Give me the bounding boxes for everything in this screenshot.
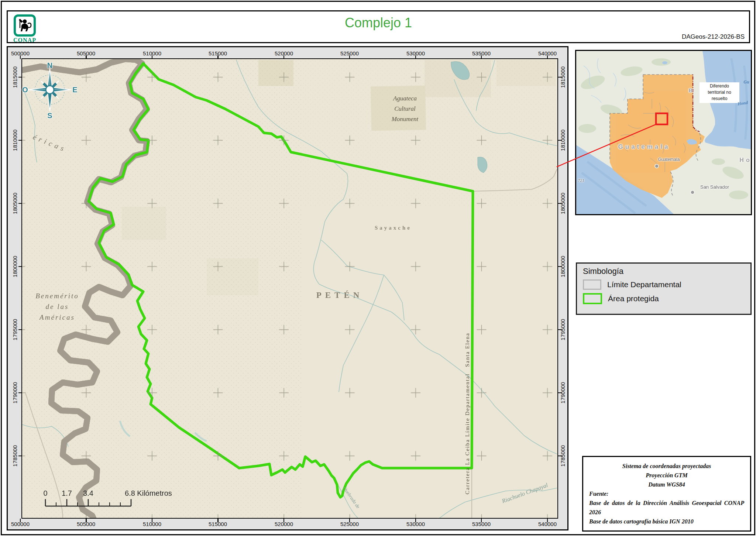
axis-label: 520000 [275,50,293,56]
axis-label: 1790000 [12,382,18,403]
axis-label: 1810000 [12,130,18,151]
label-benemerito: Benemérito de las Américas [35,291,79,323]
label-belize-fragment: B [689,87,695,93]
axis-label: 525000 [340,50,359,56]
axis-label: 530000 [406,50,425,56]
label-sayaxche: Sayaxche [375,225,412,231]
scale-label-1-7: 1.7 [62,489,72,498]
departmental-limit-swatch [583,279,601,290]
scale-label-0: 0 [43,489,47,498]
axis-label: 520000 [275,521,293,527]
axis-label: 515000 [209,50,227,56]
compass-east: E [72,86,77,94]
axis-label: 510000 [143,50,161,56]
label-peten: PETÉN [316,291,363,300]
axis-label: 1815000 [12,66,18,88]
source-heading: Fuente: [589,489,744,498]
document-code: DAGeos-212-2026-BS [682,33,745,41]
protected-area-swatch [583,293,602,304]
scale-label-3-4: 3.4 [83,489,93,498]
axis-label: 540000 [538,50,557,56]
legend-item-limite: Límite Departamental [583,279,745,290]
coord-system: Sistema de coordenadas proyectadas [589,461,744,471]
inset-map [575,50,752,215]
axis-label: 1785000 [560,445,566,467]
label-san-salvador: San Salvador [700,184,729,190]
guatemala-city-dot [655,164,659,168]
axis-label: 1805000 [12,193,18,214]
projection: Proyección GTM [589,471,744,480]
axis-label: 500000 [11,521,30,527]
axis-label: 1805000 [560,193,566,214]
legend-title: Simbología [583,267,745,276]
label-aguateca: Aguateca Cultural Monument [392,93,419,124]
scale-label-6-8: 6.8 Kilómetros [125,489,172,498]
source-1: Base de datos de la Dirección Análisis G… [589,498,744,517]
page-title: Complejo 1 [8,15,749,31]
map-canvas [22,59,557,518]
main-map [21,58,558,519]
axis-label: 1795000 [560,319,566,340]
lake-peten-itza [662,61,667,64]
axis-label: 1785000 [12,445,18,467]
axis-label: 1800000 [560,256,566,277]
source-2: Base de datos cartografía básica IGN 201… [589,517,744,526]
legend: Simbología Límite Departamental Área pro… [576,262,752,315]
label-carretera: Carretera La Ceiba Límite Departamental … [464,333,471,494]
san-salvador-dot [691,190,694,194]
conap-wordmark: CONAP [11,37,39,44]
axis-label: 1800000 [12,256,18,277]
label-gulf-fragment: Gu [743,79,749,85]
info-box: Sistema de coordenadas proyectadas Proye… [582,456,751,532]
territorial-note: Diferendo territorial no resuelto [700,82,739,103]
label-honduras-fragment: Ho [739,157,752,164]
axis-label: 525000 [340,521,359,527]
header: CONAP Complejo 1 DAGeos-212-2026-BS [7,10,750,43]
compass-north: N [47,61,52,70]
axis-label: 510000 [143,521,161,527]
page: CONAP Complejo 1 DAGeos-212-2026-BS 5000… [0,0,756,536]
datum: Datum WGS84 [589,480,744,489]
compass-south: S [47,111,52,120]
axis-label: 505000 [77,50,95,56]
compass-west: O [22,86,28,94]
axis-label: 1795000 [12,319,18,340]
label-guatemala-country: Guatemala [618,143,670,151]
label-721: 721 [578,178,584,183]
axis-label: 500000 [11,50,30,56]
axis-label: 1815000 [560,66,566,88]
axis-label: 540000 [538,521,557,527]
inset-canvas [576,51,751,214]
axis-label: 535000 [472,50,491,56]
axis-label: 1810000 [560,130,566,151]
axis-label: 515000 [209,521,227,527]
grid-crosses [22,59,557,518]
axis-label: 535000 [472,521,491,527]
axis-label: 530000 [406,521,425,527]
legend-item-area: Área protegida [583,293,745,304]
label-guatemala-city: Guatemala [658,157,680,162]
axis-label: 505000 [77,521,95,527]
axis-label: 1790000 [560,382,566,403]
